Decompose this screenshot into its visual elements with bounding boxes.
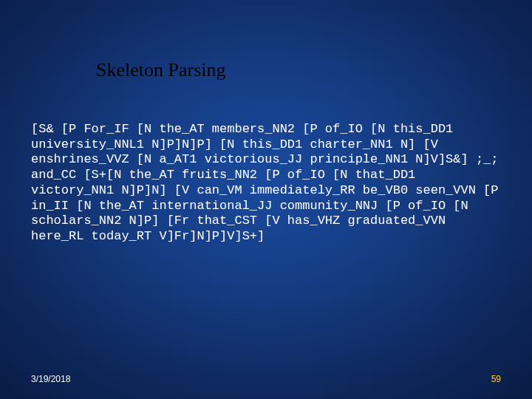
footer-page-number: 59 <box>491 374 501 384</box>
slide-content: [S& [P For_IF [N the_AT members_NN2 [P o… <box>31 122 501 245</box>
slide-title: Skeleton Parsing <box>96 59 226 81</box>
footer-date: 3/19/2018 <box>31 374 70 384</box>
